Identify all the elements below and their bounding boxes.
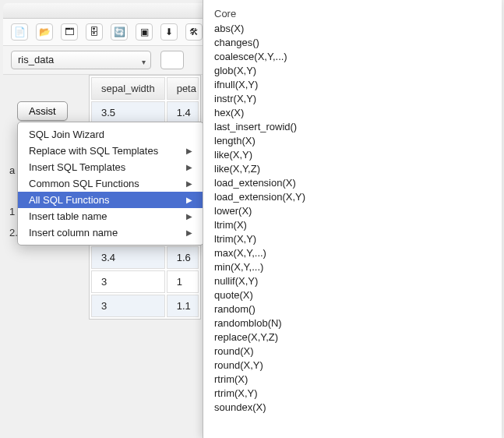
sql-function-item[interactable]: min(X,Y,...) [214, 260, 502, 274]
sql-function-item[interactable]: changes() [214, 35, 502, 49]
table-row[interactable]: 3.41.6 [91, 246, 199, 269]
sql-function-item[interactable]: replace(X,Y,Z) [214, 330, 502, 344]
table-cell[interactable]: 1.6 [167, 246, 199, 269]
sql-function-item[interactable]: instr(X,Y) [214, 91, 502, 105]
sql-function-item[interactable]: like(X,Y,Z) [214, 161, 502, 175]
functions-category-header: Core [214, 6, 502, 21]
submenu-arrow-icon: ▶ [186, 147, 192, 155]
sql-function-item[interactable]: hex(X) [214, 105, 502, 119]
col-header-peta[interactable]: peta [167, 77, 199, 100]
menu-item[interactable]: SQL Join Wizard [18, 126, 203, 143]
sql-function-item[interactable]: ifnull(X,Y) [214, 77, 502, 91]
submenu-arrow-icon: ▶ [186, 196, 192, 204]
sql-function-item[interactable]: coalesce(X,Y,...) [214, 49, 502, 63]
toolbar-db-icon[interactable]: 🗄 [86, 23, 103, 41]
table-row[interactable]: 31.1 [91, 295, 199, 317]
submenu-arrow-icon: ▶ [186, 179, 192, 188]
table-row[interactable]: 3.51.4 [91, 101, 199, 124]
sql-function-item[interactable]: like(X,Y) [214, 147, 502, 161]
table-row[interactable]: 31 [91, 270, 199, 293]
sql-function-item[interactable]: random() [214, 302, 502, 316]
sql-function-item[interactable]: load_extension(X) [214, 175, 502, 189]
letter-a-label: a [9, 164, 15, 176]
sql-function-item[interactable]: rtrim(X) [214, 372, 502, 386]
menu-item[interactable]: Insert SQL Templates▶ [18, 159, 203, 175]
sql-functions-flyout[interactable]: Core abs(X)changes()coalesce(X,Y,...)glo… [203, 0, 502, 438]
sql-function-item[interactable]: lower(X) [214, 203, 502, 217]
sql-function-item[interactable]: length(X) [214, 133, 502, 147]
sql-function-item[interactable]: round(X) [214, 344, 502, 358]
col-header-sepal-width[interactable]: sepal_width [91, 77, 165, 100]
menu-item[interactable]: Replace with SQL Templates▶ [18, 143, 203, 159]
toolbar-refresh-icon[interactable]: 🔄 [111, 23, 128, 41]
sql-function-item[interactable]: rtrim(X,Y) [214, 386, 502, 400]
toolbar-doc-icon[interactable]: 📄 [11, 23, 28, 41]
context-menu[interactable]: SQL Join WizardReplace with SQL Template… [17, 122, 204, 245]
sql-function-item[interactable]: ltrim(X,Y) [214, 231, 502, 245]
submenu-arrow-icon: ▶ [186, 228, 192, 237]
filter-input[interactable] [160, 51, 184, 69]
menu-item[interactable]: Common SQL Functions▶ [18, 175, 203, 192]
sql-function-item[interactable]: quote(X) [214, 288, 502, 302]
menu-item[interactable]: All SQL Functions▶ [18, 192, 203, 208]
toolbar-terminal-icon[interactable]: ▣ [136, 23, 153, 41]
sql-function-item[interactable]: glob(X,Y) [214, 63, 502, 77]
toolbar-window-icon[interactable]: 🗔 [61, 23, 78, 41]
table-cell[interactable]: 1 [167, 270, 199, 293]
toolbar-tools-icon[interactable]: 🛠 [185, 23, 203, 41]
sql-function-item[interactable]: randomblob(N) [214, 316, 502, 330]
menu-item-label: Insert column name [29, 227, 118, 238]
sql-function-item[interactable]: round(X,Y) [214, 358, 502, 372]
toolbar-open-icon[interactable]: 📂 [36, 23, 53, 41]
sql-function-item[interactable]: abs(X) [214, 21, 502, 35]
row-marker-1: 1 [9, 206, 15, 217]
table-cell[interactable]: 1.4 [167, 101, 199, 124]
sql-function-item[interactable]: ltrim(X) [214, 217, 502, 231]
table-cell[interactable]: 3.5 [91, 101, 165, 124]
menu-item-label: Common SQL Functions [29, 178, 139, 189]
menu-item[interactable]: Insert table name▶ [18, 208, 203, 224]
sql-function-item[interactable]: soundex(X) [214, 400, 502, 414]
submenu-arrow-icon: ▶ [186, 212, 192, 221]
sql-function-item[interactable]: nullif(X,Y) [214, 274, 502, 288]
table-cell[interactable]: 1.1 [167, 295, 199, 317]
table-selector[interactable]: ris_data [11, 51, 151, 69]
table-cell[interactable]: 3.4 [91, 246, 165, 269]
menu-item-label: SQL Join Wizard [29, 129, 104, 140]
sql-function-item[interactable]: max(X,Y,...) [214, 245, 502, 260]
menu-item-label: Insert table name [29, 210, 107, 222]
menu-item-label: All SQL Functions [29, 194, 110, 206]
menu-item-label: Insert SQL Templates [29, 161, 125, 173]
menu-item-label: Replace with SQL Templates [29, 145, 158, 157]
table-cell[interactable]: 3 [91, 295, 165, 317]
table-cell[interactable]: 3 [91, 270, 165, 293]
toolbar-download-icon[interactable]: ⬇ [160, 23, 178, 41]
assist-button[interactable]: Assist [17, 101, 68, 121]
sql-function-item[interactable]: load_extension(X,Y) [214, 189, 502, 203]
submenu-arrow-icon: ▶ [186, 163, 192, 171]
sql-function-item[interactable]: last_insert_rowid() [214, 119, 502, 133]
menu-item[interactable]: Insert column name▶ [18, 224, 203, 241]
